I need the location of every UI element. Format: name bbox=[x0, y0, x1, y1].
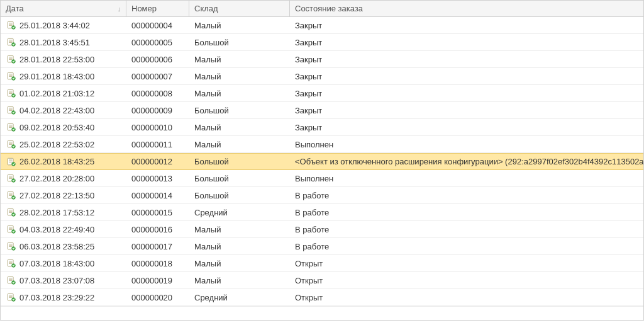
table-row[interactable]: 07.03.2018 18:43:00000000018МалыйОткрыт bbox=[1, 255, 643, 272]
table-row[interactable]: 28.02.2018 17:53:12000000015СреднийВ раб… bbox=[1, 204, 643, 221]
table-row[interactable]: 07.03.2018 23:29:22000000020СреднийОткры… bbox=[1, 289, 643, 306]
cell-date-text: 28.01.2018 22:53:00 bbox=[19, 55, 94, 64]
cell-number-text: 000000004 bbox=[131, 21, 172, 30]
cell-state: В работе bbox=[290, 191, 643, 200]
document-posted-icon bbox=[7, 157, 16, 166]
column-header-state-label: Состояние заказа bbox=[295, 4, 363, 13]
cell-warehouse-text: Большой bbox=[194, 191, 229, 200]
column-header-number[interactable]: Номер bbox=[126, 1, 189, 16]
cell-warehouse-text: Малый bbox=[194, 242, 221, 251]
cell-number: 000000017 bbox=[126, 242, 189, 251]
cell-date-text: 06.03.2018 23:58:25 bbox=[19, 242, 94, 251]
cell-state: Закрыт bbox=[290, 89, 643, 98]
cell-number: 000000007 bbox=[126, 72, 189, 81]
table-row[interactable]: 27.02.2018 20:28:00000000013БольшойВыпол… bbox=[1, 170, 643, 187]
cell-number-text: 000000020 bbox=[131, 293, 172, 302]
cell-date-text: 28.02.2018 17:53:12 bbox=[19, 208, 94, 217]
cell-warehouse-text: Малый bbox=[194, 276, 221, 285]
cell-number: 000000015 bbox=[126, 208, 189, 217]
cell-date-text: 25.02.2018 22:53:02 bbox=[19, 140, 94, 149]
cell-number-text: 000000017 bbox=[131, 242, 172, 251]
cell-warehouse-text: Большой bbox=[194, 157, 229, 166]
column-header-date[interactable]: Дата ↓ bbox=[1, 1, 126, 16]
cell-warehouse: Большой bbox=[189, 174, 290, 183]
table-row[interactable]: 06.03.2018 23:58:25000000017МалыйВ работ… bbox=[1, 238, 643, 255]
cell-warehouse: Малый bbox=[189, 123, 290, 132]
table-row[interactable]: 09.02.2018 20:53:40000000010МалыйЗакрыт bbox=[1, 119, 643, 136]
document-posted-icon bbox=[7, 225, 16, 234]
cell-date: 27.02.2018 22:13:50 bbox=[1, 191, 126, 200]
document-posted-icon bbox=[7, 191, 16, 200]
cell-date: 25.02.2018 22:53:02 bbox=[1, 140, 126, 149]
column-header-state[interactable]: Состояние заказа bbox=[290, 1, 643, 16]
cell-date: 27.02.2018 20:28:00 bbox=[1, 174, 126, 183]
column-header-warehouse[interactable]: Склад bbox=[189, 1, 290, 16]
cell-number: 000000011 bbox=[126, 140, 189, 149]
cell-date-text: 09.02.2018 20:53:40 bbox=[19, 123, 94, 132]
document-posted-icon bbox=[7, 55, 16, 64]
table-row[interactable]: 29.01.2018 18:43:00000000007МалыйЗакрыт bbox=[1, 68, 643, 85]
table-row[interactable]: 04.03.2018 22:49:40000000016МалыйВ работ… bbox=[1, 221, 643, 238]
cell-number: 000000019 bbox=[126, 276, 189, 285]
column-header-warehouse-label: Склад bbox=[194, 4, 218, 13]
cell-warehouse: Малый bbox=[189, 259, 290, 268]
document-posted-icon bbox=[7, 106, 16, 115]
document-posted-icon bbox=[7, 242, 16, 251]
cell-number-text: 000000009 bbox=[131, 106, 172, 115]
cell-number: 000000010 bbox=[126, 123, 189, 132]
table-row[interactable]: 04.02.2018 22:43:00000000009БольшойЗакры… bbox=[1, 102, 643, 119]
table-row[interactable]: 01.02.2018 21:03:12000000008МалыйЗакрыт bbox=[1, 85, 643, 102]
cell-warehouse-text: Малый bbox=[194, 225, 221, 234]
table-row[interactable]: 27.02.2018 22:13:50000000014БольшойВ раб… bbox=[1, 187, 643, 204]
cell-date: 25.01.2018 3:44:02 bbox=[1, 21, 126, 30]
cell-warehouse: Большой bbox=[189, 191, 290, 200]
table-row[interactable]: 28.01.2018 3:45:51000000005БольшойЗакрыт bbox=[1, 34, 643, 51]
table-row[interactable]: 26.02.2018 18:43:25000000012Большой<Объе… bbox=[1, 153, 643, 170]
cell-date-text: 29.01.2018 18:43:00 bbox=[19, 72, 94, 81]
cell-state-text: Закрыт bbox=[295, 123, 322, 132]
cell-date-text: 28.01.2018 3:45:51 bbox=[19, 38, 90, 47]
document-posted-icon bbox=[7, 276, 16, 285]
table-row[interactable]: 25.01.2018 3:44:02000000004МалыйЗакрыт bbox=[1, 17, 643, 34]
cell-number: 000000018 bbox=[126, 259, 189, 268]
cell-date: 04.03.2018 22:49:40 bbox=[1, 225, 126, 234]
sort-indicator-icon: ↓ bbox=[118, 5, 121, 13]
cell-date: 07.03.2018 23:29:22 bbox=[1, 293, 126, 302]
column-header-date-label: Дата bbox=[6, 4, 24, 13]
cell-warehouse-text: Малый bbox=[194, 259, 221, 268]
cell-state: Закрыт bbox=[290, 123, 643, 132]
cell-state-text: Закрыт bbox=[295, 55, 322, 64]
cell-state: Закрыт bbox=[290, 55, 643, 64]
cell-date: 29.01.2018 18:43:00 bbox=[1, 72, 126, 81]
cell-number-text: 000000016 bbox=[131, 225, 172, 234]
cell-warehouse: Малый bbox=[189, 55, 290, 64]
cell-number: 000000014 bbox=[126, 191, 189, 200]
cell-number-text: 000000013 bbox=[131, 174, 172, 183]
document-posted-icon bbox=[7, 89, 16, 98]
document-posted-icon bbox=[7, 293, 16, 302]
cell-number: 000000016 bbox=[126, 225, 189, 234]
cell-state-text: В работе bbox=[295, 242, 329, 251]
cell-date: 26.02.2018 18:43:25 bbox=[1, 157, 126, 166]
cell-warehouse: Большой bbox=[189, 106, 290, 115]
table-body: 25.01.2018 3:44:02000000004МалыйЗакрыт 2… bbox=[1, 17, 643, 306]
cell-number-text: 000000006 bbox=[131, 55, 172, 64]
cell-date: 07.03.2018 23:07:08 bbox=[1, 276, 126, 285]
cell-state-text: Выполнен bbox=[295, 174, 333, 183]
cell-warehouse-text: Большой bbox=[194, 106, 229, 115]
document-posted-icon bbox=[7, 208, 16, 217]
cell-state-text: Выполнен bbox=[295, 140, 333, 149]
cell-state: Открыт bbox=[290, 259, 643, 268]
cell-warehouse-text: Большой bbox=[194, 174, 229, 183]
cell-state-text: В работе bbox=[295, 191, 329, 200]
cell-date: 06.03.2018 23:58:25 bbox=[1, 242, 126, 251]
cell-state-text: Закрыт bbox=[295, 21, 322, 30]
table-row[interactable]: 28.01.2018 22:53:00000000006МалыйЗакрыт bbox=[1, 51, 643, 68]
cell-state: Открыт bbox=[290, 276, 643, 285]
table-row[interactable]: 25.02.2018 22:53:02000000011МалыйВыполне… bbox=[1, 136, 643, 153]
table-row[interactable]: 07.03.2018 23:07:08000000019МалыйОткрыт bbox=[1, 272, 643, 289]
cell-date: 28.01.2018 22:53:00 bbox=[1, 55, 126, 64]
cell-warehouse-text: Малый bbox=[194, 72, 221, 81]
cell-date: 07.03.2018 18:43:00 bbox=[1, 259, 126, 268]
cell-date-text: 07.03.2018 23:29:22 bbox=[19, 293, 94, 302]
